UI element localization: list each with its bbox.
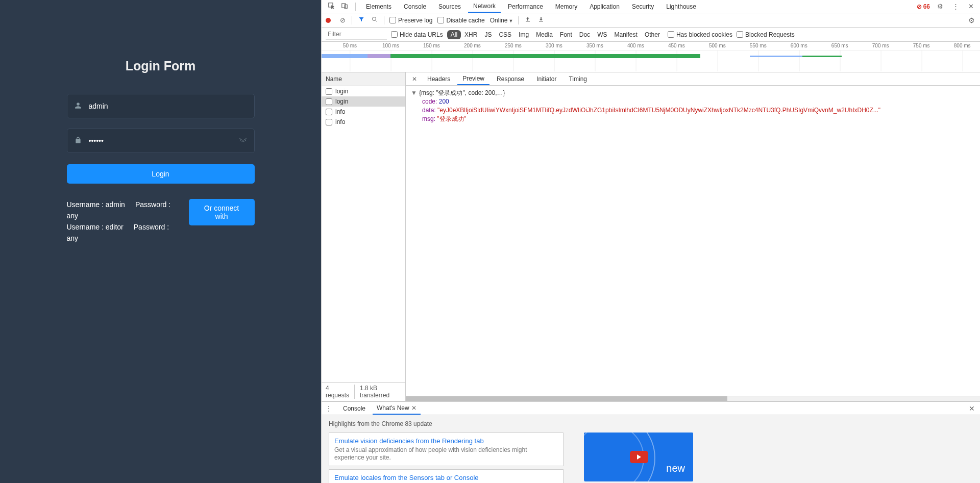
request-row[interactable]: info — [322, 107, 405, 117]
close-drawer-icon[interactable]: ✕ — [964, 404, 980, 413]
detail-tab-response[interactable]: Response — [492, 73, 529, 85]
connect-with-button[interactable]: Or connect with — [189, 199, 255, 225]
search-icon[interactable] — [371, 16, 379, 24]
detail-tab-headers[interactable]: Headers — [422, 73, 455, 85]
tab-lighthouse[interactable]: Lighthouse — [661, 0, 701, 13]
tip-user-2: Username : editor — [67, 223, 124, 231]
request-list-header[interactable]: Name — [322, 72, 405, 86]
drawer-tab-console[interactable]: Console — [339, 403, 370, 414]
pill-doc[interactable]: Doc — [576, 30, 594, 39]
disable-cache-checkbox[interactable]: Disable cache — [437, 17, 484, 24]
detail-tab-preview[interactable]: Preview — [457, 73, 489, 85]
pill-media[interactable]: Media — [532, 30, 556, 39]
hide-data-urls-checkbox[interactable]: Hide data URLs — [391, 31, 443, 38]
json-value: "登录成功" — [437, 115, 466, 122]
detail-tab-timing[interactable]: Timing — [564, 73, 592, 85]
password-input[interactable] — [89, 137, 247, 145]
svg-line-2 — [243, 141, 244, 142]
tab-memory[interactable]: Memory — [550, 0, 582, 13]
username-input[interactable] — [89, 102, 247, 110]
throttle-select[interactable]: Online▼ — [490, 17, 513, 24]
pill-manifest[interactable]: Manifest — [611, 30, 641, 39]
pill-ws[interactable]: WS — [594, 30, 610, 39]
json-summary: {msg: "登录成功", code: 200,…} — [419, 89, 505, 96]
tick: 550 ms — [750, 43, 767, 48]
filter-input[interactable] — [326, 29, 387, 40]
error-count-badge[interactable]: 66 — [917, 3, 930, 10]
tab-elements[interactable]: Elements — [361, 0, 397, 13]
tab-sources[interactable]: Sources — [433, 0, 466, 13]
pill-js[interactable]: JS — [481, 30, 495, 39]
filter-toggle-icon[interactable] — [357, 16, 365, 24]
drawer-body: Highlights from the Chrome 83 update Emu… — [322, 415, 980, 483]
tick: 300 ms — [546, 43, 562, 48]
settings-gear-icon[interactable]: ⚙ — [935, 3, 945, 10]
detail-tabs: ✕ Headers Preview Response Initiator Tim… — [406, 72, 980, 86]
horizontal-scrollbar[interactable] — [406, 396, 980, 401]
upload-har-icon[interactable] — [524, 16, 532, 24]
close-devtools-icon[interactable]: ✕ — [966, 3, 976, 10]
eye-closed-icon[interactable] — [239, 137, 247, 145]
news-card-title[interactable]: Emulate locales from the Sensors tab or … — [334, 474, 558, 481]
close-detail-icon[interactable]: ✕ — [409, 75, 420, 83]
inspect-element-icon[interactable] — [326, 2, 337, 11]
tab-security[interactable]: Security — [627, 0, 659, 13]
login-button[interactable]: Login — [67, 164, 255, 184]
record-button[interactable] — [326, 18, 331, 23]
type-filter-pills: All XHR JS CSS Img Media Font Doc WS Man… — [447, 30, 664, 39]
network-filter-row: Hide data URLs All XHR JS CSS Img Media … — [322, 28, 980, 42]
login-title: Login Form — [126, 59, 195, 73]
username-field-wrap[interactable] — [67, 94, 255, 118]
svg-rect-9 — [526, 21, 530, 22]
network-timeline[interactable]: 50 ms 100 ms 150 ms 200 ms 250 ms 300 ms… — [322, 42, 980, 72]
password-field-wrap[interactable] — [67, 129, 255, 153]
tab-console[interactable]: Console — [399, 0, 431, 13]
news-card-title[interactable]: Emulate vision deficiencies from the Ren… — [334, 437, 558, 445]
has-blocked-cookies-checkbox[interactable]: Has blocked cookies — [668, 31, 732, 38]
drawer-tab-label: What's New — [377, 404, 409, 412]
news-card[interactable]: Emulate locales from the Sensors tab or … — [329, 469, 564, 483]
tab-network[interactable]: Network — [468, 0, 501, 13]
request-row[interactable]: login — [322, 86, 405, 96]
pill-img[interactable]: Img — [515, 30, 532, 39]
close-tab-icon[interactable]: ✕ — [411, 404, 416, 412]
request-name: login — [335, 88, 348, 95]
expand-arrow-icon[interactable]: ▼ — [411, 89, 417, 97]
blocked-requests-checkbox[interactable]: Blocked Requests — [737, 31, 795, 38]
tab-performance[interactable]: Performance — [503, 0, 548, 13]
drawer-tab-whatsnew[interactable]: What's New✕ — [373, 402, 421, 415]
pill-all[interactable]: All — [447, 30, 461, 39]
more-menu-icon[interactable]: ⋮ — [950, 3, 961, 10]
timeline-bar — [322, 54, 368, 58]
preview-body[interactable]: ▼{msg: "登录成功", code: 200,…} code: 200 da… — [406, 86, 980, 396]
download-har-icon[interactable] — [537, 16, 545, 24]
pill-font[interactable]: Font — [556, 30, 576, 39]
device-toolbar-icon[interactable] — [339, 2, 350, 11]
detail-tab-initiator[interactable]: Initiator — [531, 73, 561, 85]
news-card[interactable]: Emulate vision deficiencies from the Ren… — [329, 433, 564, 466]
timeline-bar — [802, 56, 842, 57]
pill-other[interactable]: Other — [641, 30, 664, 39]
drawer-menu-icon[interactable]: ⋮ — [326, 405, 336, 412]
disable-cache-label: Disable cache — [446, 17, 484, 24]
json-key: msg: — [422, 115, 435, 122]
pill-css[interactable]: CSS — [495, 30, 515, 39]
pill-xhr[interactable]: XHR — [461, 30, 481, 39]
request-row[interactable]: info — [322, 117, 405, 127]
status-transferred: 1.8 kB transferred — [360, 385, 401, 399]
request-name: info — [335, 118, 345, 125]
tab-application[interactable]: Application — [584, 0, 625, 13]
play-icon[interactable] — [630, 451, 648, 463]
scrollbar-thumb[interactable] — [406, 396, 727, 401]
network-settings-icon[interactable]: ⚙ — [963, 16, 980, 24]
request-row[interactable]: login — [322, 96, 405, 107]
tick: 750 ms — [913, 43, 930, 48]
svg-rect-10 — [539, 21, 543, 22]
tick: 600 ms — [791, 43, 807, 48]
video-thumbnail[interactable]: new — [584, 433, 693, 481]
svg-rect-5 — [342, 4, 346, 8]
preserve-log-checkbox[interactable]: Preserve log — [389, 17, 432, 24]
request-list: Name login login info info 4 requests 1.… — [322, 72, 406, 401]
timeline-bar — [750, 56, 802, 57]
clear-icon[interactable]: ⊘ — [339, 16, 347, 24]
